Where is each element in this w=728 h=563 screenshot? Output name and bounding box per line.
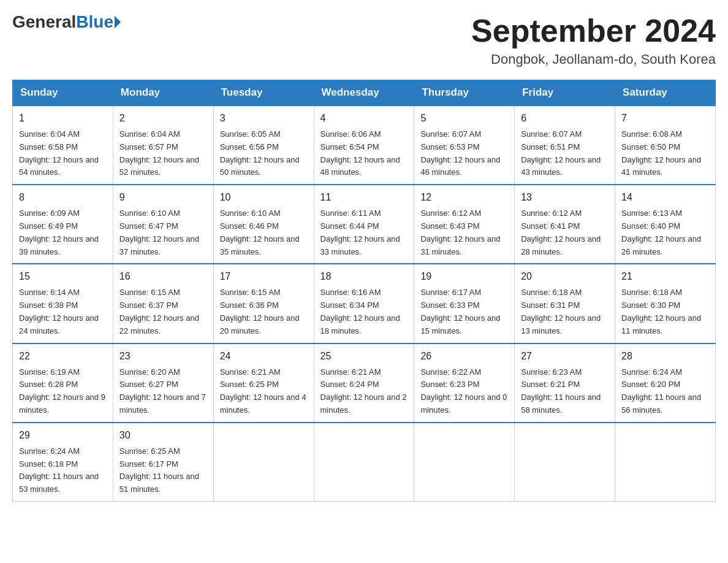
- calendar-cell: 24Sunrise: 6:21 AMSunset: 6:25 PMDayligh…: [213, 343, 314, 423]
- logo: General Blue: [12, 12, 121, 32]
- calendar-cell: 3Sunrise: 6:05 AMSunset: 6:56 PMDaylight…: [213, 105, 314, 185]
- column-header-friday: Friday: [515, 80, 615, 106]
- calendar-cell: 30Sunrise: 6:25 AMSunset: 6:17 PMDayligh…: [113, 423, 213, 502]
- day-number: 6: [521, 111, 609, 126]
- calendar-cell: [314, 423, 414, 502]
- day-number: 27: [521, 349, 609, 364]
- day-info: Sunrise: 6:15 AMSunset: 6:36 PMDaylight:…: [220, 286, 308, 337]
- calendar-cell: 18Sunrise: 6:16 AMSunset: 6:34 PMDayligh…: [314, 264, 414, 343]
- location-text: Dongbok, Jeollanam-do, South Korea: [471, 52, 716, 67]
- calendar-cell: 7Sunrise: 6:08 AMSunset: 6:50 PMDaylight…: [615, 105, 716, 185]
- calendar-cell: 22Sunrise: 6:19 AMSunset: 6:28 PMDayligh…: [13, 343, 113, 423]
- day-number: 10: [220, 190, 308, 205]
- day-number: 17: [220, 269, 308, 284]
- day-info: Sunrise: 6:20 AMSunset: 6:27 PMDaylight:…: [119, 366, 207, 417]
- day-info: Sunrise: 6:18 AMSunset: 6:31 PMDaylight:…: [521, 286, 609, 337]
- day-number: 15: [19, 269, 107, 284]
- calendar-header-row: SundayMondayTuesdayWednesdayThursdayFrid…: [13, 80, 716, 106]
- calendar-cell: 12Sunrise: 6:12 AMSunset: 6:43 PMDayligh…: [414, 185, 515, 264]
- day-info: Sunrise: 6:05 AMSunset: 6:56 PMDaylight:…: [220, 128, 308, 179]
- day-info: Sunrise: 6:14 AMSunset: 6:38 PMDaylight:…: [19, 286, 107, 337]
- day-number: 9: [119, 190, 207, 205]
- calendar-table: SundayMondayTuesdayWednesdayThursdayFrid…: [12, 80, 716, 502]
- week-row-5: 29Sunrise: 6:24 AMSunset: 6:18 PMDayligh…: [13, 423, 716, 502]
- week-row-1: 1Sunrise: 6:04 AMSunset: 6:58 PMDaylight…: [13, 105, 716, 185]
- day-number: 12: [420, 190, 508, 205]
- calendar-cell: 6Sunrise: 6:07 AMSunset: 6:51 PMDaylight…: [515, 105, 615, 185]
- day-number: 21: [621, 269, 709, 284]
- day-info: Sunrise: 6:04 AMSunset: 6:57 PMDaylight:…: [119, 128, 207, 179]
- day-info: Sunrise: 6:09 AMSunset: 6:49 PMDaylight:…: [19, 207, 107, 258]
- day-info: Sunrise: 6:23 AMSunset: 6:21 PMDaylight:…: [521, 366, 609, 417]
- calendar-cell: 26Sunrise: 6:22 AMSunset: 6:23 PMDayligh…: [414, 343, 515, 423]
- calendar-cell: 27Sunrise: 6:23 AMSunset: 6:21 PMDayligh…: [515, 343, 615, 423]
- column-header-monday: Monday: [113, 80, 213, 106]
- calendar-cell: 2Sunrise: 6:04 AMSunset: 6:57 PMDaylight…: [113, 105, 213, 185]
- calendar-cell: 16Sunrise: 6:15 AMSunset: 6:37 PMDayligh…: [113, 264, 213, 343]
- day-info: Sunrise: 6:12 AMSunset: 6:41 PMDaylight:…: [521, 207, 609, 258]
- day-info: Sunrise: 6:19 AMSunset: 6:28 PMDaylight:…: [19, 366, 107, 417]
- day-number: 13: [521, 190, 609, 205]
- day-number: 8: [19, 190, 107, 205]
- calendar-cell: 9Sunrise: 6:10 AMSunset: 6:47 PMDaylight…: [113, 185, 213, 264]
- day-number: 23: [119, 349, 207, 364]
- day-info: Sunrise: 6:08 AMSunset: 6:50 PMDaylight:…: [621, 128, 709, 179]
- calendar-cell: 28Sunrise: 6:24 AMSunset: 6:20 PMDayligh…: [615, 343, 716, 423]
- calendar-cell: 15Sunrise: 6:14 AMSunset: 6:38 PMDayligh…: [13, 264, 113, 343]
- day-number: 1: [19, 111, 107, 126]
- calendar-cell: 19Sunrise: 6:17 AMSunset: 6:33 PMDayligh…: [414, 264, 515, 343]
- calendar-cell: 17Sunrise: 6:15 AMSunset: 6:36 PMDayligh…: [213, 264, 314, 343]
- column-header-sunday: Sunday: [13, 80, 113, 106]
- logo-triangle-icon: [115, 16, 121, 28]
- calendar-cell: [213, 423, 314, 502]
- day-info: Sunrise: 6:18 AMSunset: 6:30 PMDaylight:…: [621, 286, 709, 337]
- day-info: Sunrise: 6:13 AMSunset: 6:40 PMDaylight:…: [621, 207, 709, 258]
- day-info: Sunrise: 6:07 AMSunset: 6:51 PMDaylight:…: [521, 128, 609, 179]
- column-header-tuesday: Tuesday: [213, 80, 314, 106]
- week-row-4: 22Sunrise: 6:19 AMSunset: 6:28 PMDayligh…: [13, 343, 716, 423]
- week-row-2: 8Sunrise: 6:09 AMSunset: 6:49 PMDaylight…: [13, 185, 716, 264]
- day-number: 29: [19, 428, 107, 443]
- day-number: 3: [220, 111, 308, 126]
- day-number: 25: [320, 349, 408, 364]
- month-title: September 2024: [471, 12, 716, 49]
- day-number: 20: [521, 269, 609, 284]
- logo-general-text: General: [12, 12, 76, 32]
- day-number: 26: [420, 349, 508, 364]
- day-number: 18: [320, 269, 408, 284]
- calendar-cell: 14Sunrise: 6:13 AMSunset: 6:40 PMDayligh…: [615, 185, 716, 264]
- calendar-cell: 21Sunrise: 6:18 AMSunset: 6:30 PMDayligh…: [615, 264, 716, 343]
- page-header: General Blue September 2024 Dongbok, Jeo…: [12, 12, 716, 67]
- calendar-cell: [414, 423, 515, 502]
- week-row-3: 15Sunrise: 6:14 AMSunset: 6:38 PMDayligh…: [13, 264, 716, 343]
- logo-blue-text: Blue: [76, 12, 113, 32]
- calendar-cell: 29Sunrise: 6:24 AMSunset: 6:18 PMDayligh…: [13, 423, 113, 502]
- calendar-cell: 10Sunrise: 6:10 AMSunset: 6:46 PMDayligh…: [213, 185, 314, 264]
- day-info: Sunrise: 6:21 AMSunset: 6:25 PMDaylight:…: [220, 366, 308, 417]
- calendar-cell: 11Sunrise: 6:11 AMSunset: 6:44 PMDayligh…: [314, 185, 414, 264]
- day-number: 11: [320, 190, 408, 205]
- day-info: Sunrise: 6:25 AMSunset: 6:17 PMDaylight:…: [119, 445, 207, 496]
- day-number: 22: [19, 349, 107, 364]
- calendar-cell: 13Sunrise: 6:12 AMSunset: 6:41 PMDayligh…: [515, 185, 615, 264]
- day-number: 2: [119, 111, 207, 126]
- day-number: 4: [320, 111, 408, 126]
- day-info: Sunrise: 6:11 AMSunset: 6:44 PMDaylight:…: [320, 207, 408, 258]
- day-info: Sunrise: 6:10 AMSunset: 6:47 PMDaylight:…: [119, 207, 207, 258]
- column-header-saturday: Saturday: [615, 80, 716, 106]
- day-info: Sunrise: 6:10 AMSunset: 6:46 PMDaylight:…: [220, 207, 308, 258]
- day-number: 14: [621, 190, 709, 205]
- logo-blue-part: Blue: [76, 12, 121, 32]
- day-number: 30: [119, 428, 207, 443]
- title-section: September 2024 Dongbok, Jeollanam-do, So…: [471, 12, 716, 67]
- calendar-cell: 20Sunrise: 6:18 AMSunset: 6:31 PMDayligh…: [515, 264, 615, 343]
- calendar-cell: 4Sunrise: 6:06 AMSunset: 6:54 PMDaylight…: [314, 105, 414, 185]
- day-info: Sunrise: 6:04 AMSunset: 6:58 PMDaylight:…: [19, 128, 107, 179]
- day-info: Sunrise: 6:07 AMSunset: 6:53 PMDaylight:…: [420, 128, 508, 179]
- day-number: 5: [420, 111, 508, 126]
- calendar-cell: 25Sunrise: 6:21 AMSunset: 6:24 PMDayligh…: [314, 343, 414, 423]
- day-number: 19: [420, 269, 508, 284]
- day-number: 28: [621, 349, 709, 364]
- day-info: Sunrise: 6:22 AMSunset: 6:23 PMDaylight:…: [420, 366, 508, 417]
- calendar-cell: 5Sunrise: 6:07 AMSunset: 6:53 PMDaylight…: [414, 105, 515, 185]
